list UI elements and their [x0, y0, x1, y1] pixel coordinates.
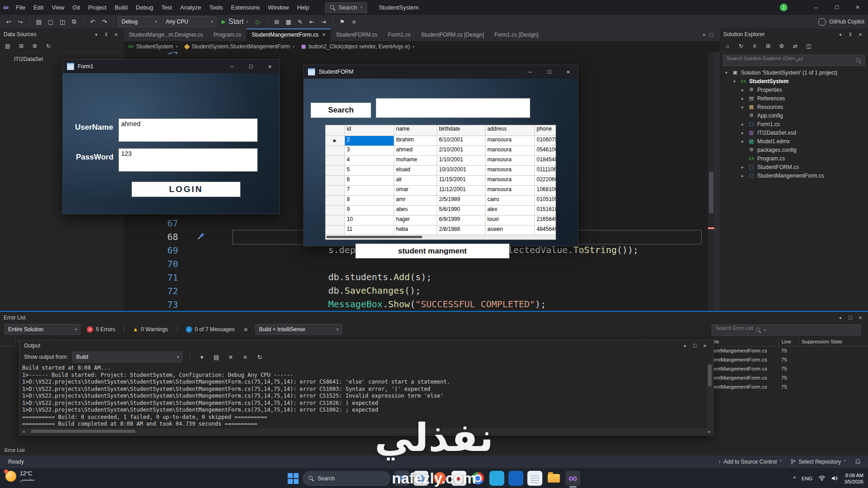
quick-actions-screwdriver-icon[interactable] — [195, 231, 206, 242]
grid-cell[interactable]: 10 — [345, 216, 394, 225]
start-without-debugging-icon[interactable]: ▷ — [253, 17, 263, 27]
taskbar-search[interactable]: Search — [303, 471, 391, 486]
maximize-button[interactable]: ☐ — [826, 0, 847, 15]
autoscroll-icon[interactable]: ↻ — [255, 352, 264, 362]
home-icon[interactable]: ⌂ — [722, 41, 732, 51]
indent-increase-icon[interactable]: ⇥ — [319, 17, 329, 27]
tree-item-program-cs[interactable]: C#Program.cs — [720, 154, 868, 163]
tab-form1-cs-design[interactable]: Form1.cs [Design] — [490, 28, 544, 41]
close-button[interactable]: ✕ — [559, 65, 578, 79]
grid-column-name[interactable]: name — [394, 125, 437, 136]
messages-icon[interactable]: ▤ — [211, 352, 221, 362]
grid-cell[interactable]: heba — [394, 225, 437, 235]
new-file-icon[interactable]: ▤ — [34, 17, 44, 27]
solution-configuration-dropdown[interactable]: Debug▾ — [118, 16, 160, 27]
close-button[interactable]: ✕ — [260, 60, 279, 73]
navigate-forward-icon[interactable]: ↪ — [15, 17, 25, 27]
menu-git[interactable]: Git — [68, 0, 84, 15]
undo-icon[interactable]: ↶ — [88, 17, 98, 27]
grid-cell[interactable]: 2/10/2001 — [437, 146, 486, 156]
code-line-73[interactable]: 73MessageBox.Show("SUCCESSFUL COMPLETED"… — [124, 298, 708, 311]
grid-cell[interactable]: 01060754 — [535, 136, 556, 146]
refresh-icon[interactable]: ↻ — [736, 41, 746, 51]
code-line-71[interactable]: 71db.students.Add(s); — [124, 271, 708, 284]
sync-icon[interactable]: ⇄ — [790, 41, 800, 51]
close-icon[interactable]: ✕ — [322, 33, 326, 37]
grid-cell[interactable]: amr — [394, 196, 437, 206]
wifi-icon[interactable] — [818, 475, 826, 481]
multiline-toggle-icon[interactable]: ≡ — [241, 324, 251, 334]
scroll-left-icon[interactable]: ◂ — [20, 429, 27, 434]
tab-form1-cs[interactable]: Form1.cs — [383, 28, 416, 41]
tree-item-properties[interactable]: ▸⚙Properties — [720, 85, 868, 94]
grid-cell[interactable]: 01051050 — [535, 196, 556, 206]
build-intellisense-dropdown[interactable]: Build + IntelliSense▾ — [255, 324, 342, 335]
grid-cell[interactable]: mohame — [394, 156, 437, 166]
menu-window[interactable]: Window — [264, 0, 293, 15]
grid-cell[interactable]: alex — [486, 206, 535, 216]
goto-message-icon[interactable]: ▾ — [197, 352, 207, 362]
grid-cell[interactable]: 6/9/1999 — [437, 216, 486, 225]
pin-icon[interactable]: ⊼ — [846, 30, 854, 38]
studentform-titlebar[interactable]: StudentFORM ─ ☐ ✕ — [304, 65, 578, 79]
grid-cell[interactable]: 4 — [345, 156, 394, 166]
grid-cell[interactable]: abes — [394, 206, 437, 216]
error-row[interactable]: dentMangementForm.cs75 — [711, 346, 864, 355]
taskbar-app-vscode[interactable] — [490, 471, 505, 486]
code-line-70[interactable]: 70 — [124, 257, 708, 271]
redo-icon[interactable]: ↷ — [99, 17, 109, 27]
grid-row-header[interactable] — [326, 216, 345, 225]
grid-cell[interactable]: ahmed — [394, 146, 437, 156]
grid-column-address[interactable]: address — [486, 125, 535, 136]
grid-column-id[interactable]: id — [345, 125, 394, 136]
tree-item-studentsystem[interactable]: ▾C#StudentSystem — [720, 77, 868, 85]
close-button[interactable]: ✕ — [847, 0, 868, 15]
error-row[interactable]: dentMangementForm.cs75 — [711, 364, 864, 373]
tree-item-app-config[interactable]: ⚙App.config — [720, 111, 868, 120]
scrollbar-thumb[interactable] — [708, 365, 712, 386]
configure-icon[interactable]: ⚙ — [30, 41, 40, 51]
password-input[interactable]: 123 — [118, 148, 258, 172]
tree-item-packages-config[interactable]: ⚙packages.config — [720, 145, 868, 154]
windows-start-button[interactable] — [288, 473, 299, 484]
collapsed-arrow-icon[interactable]: ▸ — [740, 105, 745, 109]
menu-project[interactable]: Project — [84, 0, 110, 15]
grid-row-header[interactable] — [326, 225, 345, 235]
grid-cell[interactable]: mansoura — [486, 136, 535, 146]
notification-badge[interactable]: 1 — [780, 4, 788, 11]
grid-cell[interactable]: 10681060 — [535, 186, 556, 196]
menu-file[interactable]: File — [12, 0, 29, 15]
grid-row[interactable]: 8amr2/5/1989cairo01051050 — [326, 196, 556, 206]
quick-search[interactable]: Search ▾ — [325, 2, 367, 13]
error-row[interactable]: dentMangementForm.cs75 — [711, 355, 864, 364]
warnings-filter-button[interactable]: ▲ 0 Warnings — [131, 326, 170, 333]
save-icon[interactable]: ◫ — [804, 41, 814, 51]
refresh-icon[interactable]: ↻ — [43, 41, 53, 51]
menu-extensions[interactable]: Extensions — [227, 0, 264, 15]
taskbar-app-brave[interactable] — [433, 471, 448, 486]
error-row[interactable]: dentMangementForm.cs75 — [711, 382, 864, 391]
show-all-files-icon[interactable]: ⊞ — [763, 41, 773, 51]
grid-cell[interactable]: 05461060 — [535, 146, 556, 156]
grid-cell[interactable]: mansoura — [486, 146, 535, 156]
grid-row-header[interactable] — [326, 186, 345, 196]
pin-icon[interactable]: ⊼ — [102, 30, 110, 38]
taskbar-app-visual-studio[interactable]: ∞ — [566, 471, 580, 486]
github-copilot-badge[interactable]: GitHub Copilot — [818, 18, 864, 26]
collapsed-arrow-icon[interactable]: ▸ — [740, 165, 745, 169]
taskbar-app-white-app[interactable] — [414, 471, 429, 486]
bookmark-icon[interactable]: ⚑ — [337, 17, 347, 27]
language-indicator[interactable]: ENG — [802, 476, 812, 481]
menu-edit[interactable]: Edit — [29, 0, 47, 15]
output-vertical-scrollbar[interactable] — [707, 364, 712, 427]
errors-filter-button[interactable]: ✕ 5 Errors — [85, 326, 117, 333]
add-data-source-icon[interactable]: ▤ — [3, 41, 13, 51]
chevron-down-icon[interactable]: ▾ — [681, 342, 689, 350]
menu-analyze[interactable]: Analyze — [176, 0, 205, 15]
grid-cell[interactable]: 1/10/2001 — [437, 156, 486, 166]
close-icon[interactable]: ✕ — [112, 30, 120, 38]
grid-row[interactable]: ▶2ibrahim6/10/2001mansoura01060754 — [326, 136, 556, 146]
grid-cell[interactable]: 3 — [345, 146, 394, 156]
indent-decrease-icon[interactable]: ⇤ — [307, 17, 317, 27]
editor-scrollbar[interactable] — [708, 52, 714, 311]
